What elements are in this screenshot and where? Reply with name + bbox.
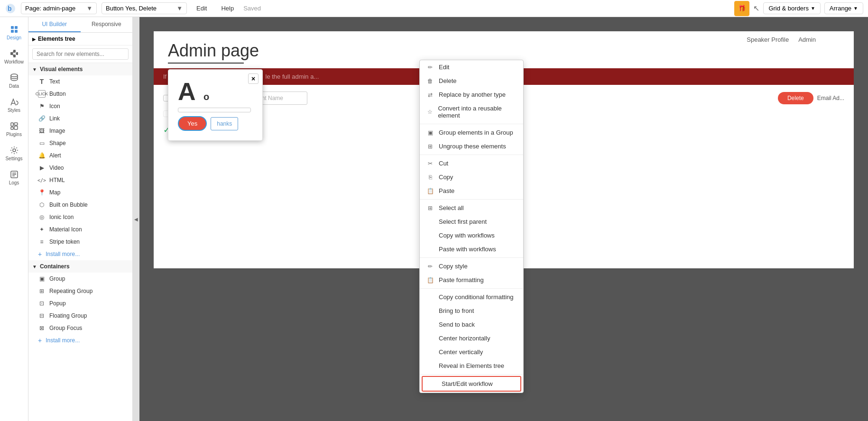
element-ionic-icon[interactable]: ◎ Ionic Icon (28, 211, 132, 223)
ctx-select-first-parent[interactable]: Select first parent (420, 215, 523, 229)
containers-label: Containers (40, 263, 70, 270)
ctx-reveal-tree[interactable]: Reveal in Elements tree (420, 359, 523, 373)
popup-input[interactable] (178, 108, 251, 112)
admin-link[interactable]: Admin (798, 36, 816, 43)
ctx-copy[interactable]: ⎘ Copy (420, 170, 523, 184)
shape-icon: ▭ (38, 139, 46, 147)
gift-button[interactable]: 🎁 (734, 1, 749, 16)
element-repeating-group[interactable]: ⊞ Repeating Group (28, 285, 132, 297)
data-label: Data (9, 83, 19, 89)
popup-letter: A o (178, 79, 251, 104)
sidebar-item-workflow[interactable]: Workflow (0, 45, 28, 68)
element-material-icon[interactable]: ✦ Material Icon (28, 223, 132, 236)
ctx-convert[interactable]: ☆ Convert into a reusable element (420, 101, 523, 122)
workflow-label: Workflow (4, 59, 24, 64)
svg-point-18 (13, 149, 16, 152)
edit-menu[interactable]: Edit (192, 3, 212, 14)
cursor-icon: ↖ (753, 4, 759, 13)
ctx-copy-workflows[interactable]: Copy with workflows (420, 229, 523, 242)
email-ad-label: Email Ad... (817, 95, 844, 101)
ctx-paste[interactable]: 📋 Paste (420, 184, 523, 198)
tab-ui-builder[interactable]: UI Builder (28, 17, 81, 32)
install-more-visual[interactable]: + Install more... (28, 248, 132, 260)
svg-rect-17 (14, 126, 18, 129)
element-floating-group[interactable]: ⊟ Floating Group (28, 310, 132, 322)
sidebar-item-styles[interactable]: Styles (0, 93, 28, 117)
install-more-containers[interactable]: + Install more... (28, 334, 132, 347)
visual-elements-header[interactable]: ▼ Visual elements (28, 63, 132, 75)
ctx-center-v[interactable]: Center vertically (420, 345, 523, 359)
ctx-send-to-back[interactable]: Send to back (420, 318, 523, 331)
delete-icon: 🗑 (426, 78, 434, 84)
styles-label: Styles (8, 108, 20, 113)
top-bar: b Page: admin-page ▼ Button Yes, Delete … (0, 0, 868, 17)
ctx-divider-3 (420, 199, 523, 200)
canvas-area[interactable]: Admin page Speaker Profile Admin If you … (139, 17, 868, 421)
yes-button[interactable]: Yes (178, 116, 207, 131)
sidebar-item-data[interactable]: Data (0, 69, 28, 92)
element-built-on-bubble[interactable]: ⬡ Built on Bubble (28, 199, 132, 211)
ctx-start-edit-workflow[interactable]: Start/Edit workflow (422, 376, 521, 392)
tab-responsive[interactable]: Responsive (81, 17, 133, 32)
ctx-paste-formatting[interactable]: 📋 Paste formatting (420, 273, 523, 287)
elements-tree-header[interactable]: ▶ Elements tree (28, 33, 132, 46)
ctx-edit[interactable]: ✏ Edit (420, 60, 523, 74)
element-text[interactable]: T Text (28, 75, 132, 88)
element-video[interactable]: ▶ Video (28, 162, 132, 174)
collapse-handle[interactable]: ◀ (133, 17, 139, 421)
ctx-center-h[interactable]: Center horizontally (420, 331, 523, 345)
thanks-button[interactable]: hanks (211, 117, 238, 130)
element-stripe-token[interactable]: ≡ Stripe token (28, 236, 132, 248)
element-shape[interactable]: ▭ Shape (28, 137, 132, 149)
floating-group-icon: ⊟ (38, 312, 46, 320)
search-input[interactable] (32, 48, 129, 60)
element-button[interactable]: CLICK Button (28, 88, 132, 100)
element-icon[interactable]: ⚑ Icon (28, 100, 132, 112)
ctx-select-all[interactable]: ⊞ Select all (420, 201, 523, 215)
speaker-profile-link[interactable]: Speaker Profile (747, 36, 789, 43)
btn-selector-label: Button Yes, Delete (106, 5, 157, 12)
panel-scroll: ▼ Visual elements T Text CLICK Button ⚑ … (28, 63, 132, 421)
element-map[interactable]: 📍 Map (28, 186, 132, 199)
containers-header[interactable]: ▼ Containers (28, 260, 132, 273)
ctx-copy-conditional[interactable]: Copy conditional formatting (420, 290, 523, 304)
element-link[interactable]: 🔗 Link (28, 112, 132, 125)
element-html[interactable]: </> HTML (28, 174, 132, 186)
ctx-delete[interactable]: 🗑 Delete (420, 74, 523, 88)
element-popup[interactable]: ⊡ Popup (28, 297, 132, 310)
ctx-copy-style[interactable]: ✏ Copy style (420, 259, 523, 273)
popup-close-btn[interactable]: × (248, 73, 259, 84)
ctx-bring-to-front[interactable]: Bring to front (420, 304, 523, 318)
left-panel-tabs: UI Builder Responsive (28, 17, 132, 33)
sidebar-item-design[interactable]: Design (0, 21, 28, 44)
sidebar-item-settings[interactable]: Settings (0, 142, 28, 165)
sidebar-item-logs[interactable]: Logs (0, 166, 28, 189)
ctx-paste-workflows[interactable]: Paste with workflows (420, 242, 523, 256)
copy-style-icon: ✏ (426, 263, 434, 270)
delete-btn[interactable]: Delete (778, 92, 813, 104)
svg-rect-2 (11, 26, 14, 29)
ctx-replace[interactable]: ⇄ Replace by another type (420, 88, 523, 101)
text-icon: T (38, 78, 46, 85)
paste-icon: 📋 (426, 188, 434, 194)
grid-borders-btn[interactable]: Grid & borders ▼ (763, 2, 820, 14)
arrange-btn[interactable]: Arrange ▼ (824, 2, 863, 14)
ctx-group-elements[interactable]: ▣ Group elements in a Group (420, 126, 523, 139)
repeating-group-icon: ⊞ (38, 287, 46, 295)
element-group-focus[interactable]: ⊠ Group Focus (28, 322, 132, 334)
svg-rect-6 (10, 52, 13, 55)
element-image[interactable]: 🖼 Image (28, 125, 132, 137)
page-selector[interactable]: Page: admin-page ▼ (21, 2, 97, 14)
btn-selector[interactable]: Button Yes, Delete ▼ (102, 2, 187, 14)
svg-rect-15 (11, 127, 13, 129)
ctx-ungroup[interactable]: ⊞ Ungroup these elements (420, 139, 523, 153)
svg-text:b: b (8, 5, 12, 12)
replace-icon: ⇄ (426, 92, 434, 98)
sidebar-item-plugins[interactable]: Plugins (0, 118, 28, 141)
cut-icon: ✂ (426, 160, 434, 167)
svg-rect-14 (11, 123, 13, 126)
element-group[interactable]: ▣ Group (28, 273, 132, 285)
ctx-cut[interactable]: ✂ Cut (420, 156, 523, 170)
element-alert[interactable]: 🔔 Alert (28, 149, 132, 162)
help-menu[interactable]: Help (216, 3, 239, 14)
